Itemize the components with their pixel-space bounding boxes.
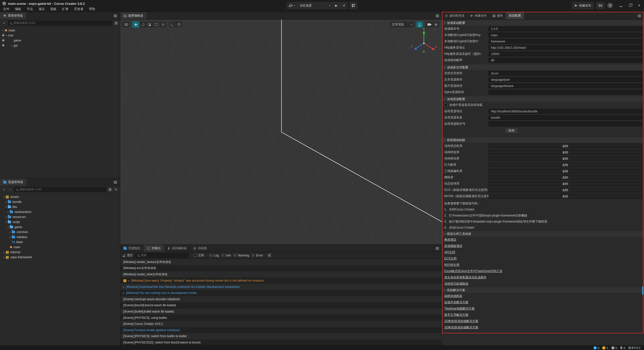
section-doc-links[interactable]: ▾ 框架文档工具链接: [442, 231, 644, 237]
collapse-icon[interactable]: ▾: [5, 206, 8, 208]
gizmo-x-label[interactable]: X: [435, 45, 437, 48]
text-input[interactable]: [489, 121, 642, 126]
config-menu-icon[interactable]: [638, 16, 641, 16]
menu-edit[interactable]: 编辑: [15, 7, 21, 11]
preview-qr-button[interactable]: [349, 2, 357, 9]
tab-framework-config[interactable]: 框架配置: [506, 12, 524, 19]
remove-module-button[interactable]: 剔除: [489, 181, 642, 186]
asset-row-assets[interactable]: ▾ assets: [0, 194, 120, 199]
expand-icon[interactable]: ▸: [123, 286, 125, 288]
menu-panel[interactable]: 面板: [50, 7, 57, 11]
asset-row-script[interactable]: ▾ script: [0, 220, 120, 225]
section-solutions[interactable]: ▾ 框架解决方案: [442, 287, 644, 293]
tree-row-game[interactable]: game: [0, 38, 120, 43]
menu-help[interactable]: 帮助: [89, 7, 95, 11]
menu-developer[interactable]: 开发者: [74, 7, 84, 11]
save-button[interactable]: 保存: [505, 128, 518, 133]
status-warning-count[interactable]: ! 1: [602, 346, 608, 349]
checkbox-unchecked[interactable]: [444, 103, 448, 107]
filter-log-checkbox[interactable]: ✓ Log: [209, 254, 219, 257]
tree-row-main[interactable]: ▾ main: [0, 28, 120, 33]
asset-row-internal[interactable]: ▸ internal: [0, 250, 120, 255]
tab-build-publish[interactable]: 构建发布: [467, 12, 490, 19]
preview-platform-select[interactable]: ▾: [287, 2, 298, 9]
expand-icon[interactable]: ▸: [128, 279, 130, 282]
coordinate-toggle-button[interactable]: [176, 21, 182, 28]
solution-link-3drpg[interactable]: 3D角色扮演游戏解决方案: [444, 324, 478, 331]
scene-menu-icon[interactable]: [436, 16, 439, 16]
menu-project[interactable]: 项目: [38, 7, 45, 11]
status-notification-count[interactable]: 0: [620, 346, 625, 349]
text-input[interactable]: zh,en: [489, 71, 642, 76]
play-button[interactable]: ▶: [333, 2, 340, 9]
asset-row-bundle[interactable]: ▸ bundle: [0, 199, 120, 204]
asset-row-main-scene[interactable]: main: [0, 245, 120, 250]
camera-settings-button[interactable]: [425, 21, 433, 28]
hierarchy-search-input[interactable]: 搜索名称或 UUID: [8, 21, 112, 25]
build-publish-button[interactable]: 构建发布: [572, 2, 594, 9]
filter-error-checkbox[interactable]: ✓ Error: [252, 254, 263, 257]
expand-icon[interactable]: ▸: [3, 256, 6, 258]
doc-link-tutorial[interactable]: 教程项目: [444, 237, 456, 243]
assets-menu-icon[interactable]: [114, 182, 117, 183]
orientation-gizmo[interactable]: Y X Z: [410, 28, 438, 56]
doc-link-ecs[interactable]: ECS文档: [444, 255, 457, 262]
collapse-icon[interactable]: ▾: [2, 29, 5, 32]
tab-asset-preview[interactable]: 资源预览: [120, 245, 144, 252]
text-input[interactable]: language/json: [489, 77, 642, 82]
asset-row-seedrandom[interactable]: ▸ seedrandom: [0, 209, 120, 214]
text-input[interactable]: http://localhost:8083/assets/bundle: [489, 109, 642, 114]
export-log-icon[interactable]: [268, 254, 271, 257]
tab-assets[interactable]: 资源管理器: [0, 179, 26, 186]
menu-file[interactable]: 文件: [3, 7, 9, 11]
asset-row-initialize[interactable]: ▸ initialize: [0, 235, 120, 240]
remove-module-button[interactable]: 剔除: [489, 156, 642, 161]
tree-row-gui[interactable]: ▸ gui: [0, 43, 120, 48]
log-row-info[interactable]: ▸ [Window] Download the Vue Devtools ext…: [120, 284, 442, 290]
maximize-button[interactable]: [629, 3, 631, 8]
text-input[interactable]: oops: [489, 33, 642, 37]
config-scrollbar-thumb[interactable]: [642, 286, 643, 295]
status-info-count[interactable]: i 3: [593, 346, 599, 349]
reload-button[interactable]: ↺: [340, 2, 348, 9]
regex-checkbox[interactable]: 正则: [193, 253, 204, 257]
filter-warning-checkbox[interactable]: ✓ Warning: [233, 254, 249, 257]
tab-animation-editor[interactable]: 动画编辑器: [164, 245, 190, 252]
assets-filter-icon[interactable]: [108, 187, 112, 192]
clear-console-button[interactable]: 清空: [123, 253, 133, 257]
collapse-icon[interactable]: ▾: [3, 196, 6, 198]
solution-link-fullstack[interactable]: 全栈开发解决方案: [444, 299, 468, 305]
remove-module-button[interactable]: 剔除: [489, 150, 642, 155]
help-button[interactable]: ?: [607, 3, 613, 8]
asset-row-resources[interactable]: ▸ resources: [0, 214, 120, 220]
doc-link-template[interactable]: 游戏模板项目: [444, 243, 462, 249]
refresh-assets-icon[interactable]: ↻: [114, 187, 118, 192]
checkbox-checked[interactable]: ✓: [233, 254, 237, 257]
assets-search-input[interactable]: 搜索名称或 UUID: [14, 187, 106, 192]
expand-icon[interactable]: ▸: [5, 216, 8, 218]
remove-module-button[interactable]: 剔除: [489, 169, 642, 173]
tab-animation-graph[interactable]: 动画图: [190, 245, 210, 252]
filter-info-checkbox[interactable]: ✓ Info: [221, 254, 231, 257]
text-input[interactable]: bundle: [489, 115, 642, 120]
preview-scene-select[interactable]: 当前场景 ▾: [297, 2, 333, 9]
minimize-button[interactable]: [619, 3, 622, 8]
scene-gizmo-settings-button[interactable]: [433, 21, 439, 28]
create-asset-button[interactable]: +: [2, 187, 6, 192]
doc-link-mvvm[interactable]: MVVM文档: [444, 262, 459, 268]
lighting-toggle-button[interactable]: [416, 21, 423, 28]
console-search-input[interactable]: 搜索: [135, 253, 188, 258]
asset-row-common[interactable]: ▸ common: [0, 230, 120, 235]
expand-icon[interactable]: ▸: [7, 211, 10, 213]
log-row-warning[interactable]: ! ▸ [Window] [Vue warn]: Property "onInp…: [120, 278, 442, 284]
asset-row-oops-framework[interactable]: ▸ oops-framework: [0, 255, 120, 260]
menu-node[interactable]: 节点: [27, 7, 33, 11]
lock-icon[interactable]: [2, 40, 4, 41]
gizmo-z-label[interactable]: Z: [411, 45, 413, 48]
move-tool-button[interactable]: [132, 21, 139, 28]
remove-module-button[interactable]: 剔除: [489, 188, 642, 192]
console-menu-icon[interactable]: [436, 248, 439, 249]
solution-link-wargame[interactable]: 战棋游戏框架: [444, 293, 462, 299]
text-input[interactable]: [489, 90, 642, 95]
sort-assets-icon[interactable]: ↕: [8, 187, 12, 192]
